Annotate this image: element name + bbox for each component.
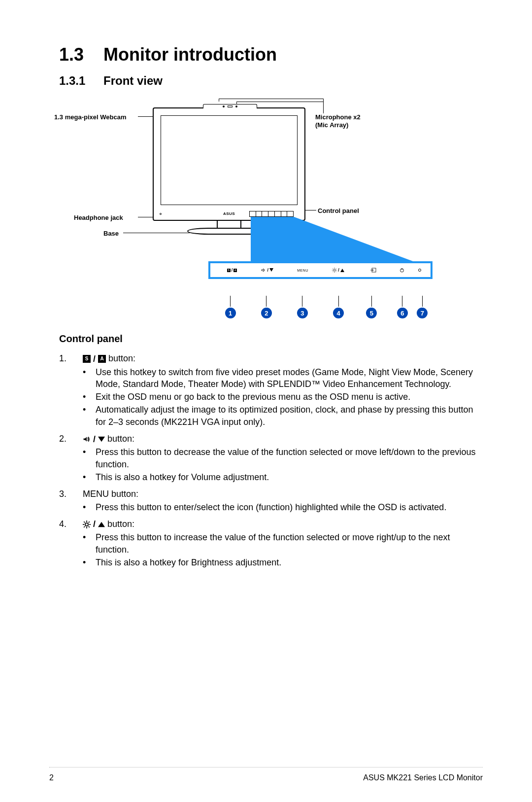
panel-btn-menu: MENU [285,269,321,272]
sun-icon [83,521,91,528]
list-item-3: 3. MENU button: •Press this button to en… [59,488,483,514]
doc-title: ASUS MK221 Series LCD Monitor [363,773,483,782]
page-footer: 2 ASUS MK221 Series LCD Monitor [49,773,483,782]
svg-line-7 [336,272,336,272]
panel-btn-power [391,268,412,273]
list-item-1: 1. S/A button: •Use this hotkey to switc… [59,352,483,429]
list-item-4: 4. / button: •Press this button to incre… [59,518,483,569]
svg-point-14 [85,523,88,526]
vol-down-button-label: / [83,433,105,446]
panel-btn-input [356,268,391,273]
svg-line-19 [84,522,85,523]
volume-icon [83,435,91,443]
svg-marker-0 [251,217,418,263]
up-triangle-icon [340,268,344,272]
sa-button-label: S/A [83,353,106,365]
headphone-label: Headphone jack [74,214,123,222]
callout-3: 3 [297,308,308,318]
webcam-label: 1.3 mega-pixel Webcam [54,113,148,121]
svg-point-1 [333,269,335,271]
manual-page: 1.3Monitor introduction 1.3.1Front view … [0,0,532,802]
section-heading: 1.3Monitor introduction [59,44,483,65]
a-key-icon: A [98,355,106,363]
bright-up-button-label: / [83,518,105,530]
callout-2: 2 [261,308,272,318]
bezel-buttons-icon [249,211,294,217]
callout-7: 7 [417,308,428,318]
base-label: Base [103,230,119,238]
front-view-diagram: 1.3 mega-pixel Webcam Headphone jack Bas… [59,99,483,320]
subsection-title-text: Front view [103,74,163,87]
svg-line-21 [84,526,85,527]
panel-btn-bright-up: / [320,268,356,273]
svg-line-20 [89,526,90,527]
callout-numbers: 1 2 3 4 5 6 7 [208,296,432,318]
down-triangle-icon [98,436,105,443]
headphone-jack-icon [160,213,162,215]
asus-logo: ASUS [223,211,235,216]
callout-5: 5 [366,308,377,318]
volume-icon [261,268,266,273]
callout-6: 6 [397,308,408,318]
led-icon [418,269,421,272]
control-panel-heading: Control panel [59,333,483,345]
svg-line-8 [333,272,333,272]
up-triangle-icon [98,521,105,528]
monitor-illustration: ASUS [153,107,305,235]
subsection-number: 1.3.1 [59,74,103,88]
subsection-heading: 1.3.1Front view [59,74,483,88]
down-triangle-icon [269,268,273,272]
callout-4: 4 [333,308,344,318]
sun-icon [332,268,337,273]
power-icon [399,268,404,273]
callout-1: 1 [225,308,236,318]
section-number: 1.3 [59,44,103,65]
control-panel-detail: S/A / MENU / [208,261,432,279]
panel-btn-vol-down: / [250,268,285,273]
input-select-icon [370,268,376,273]
menu-button-label: MENU button: [83,489,138,499]
panel-btn-sa: S/A [214,268,250,273]
footer-rule [49,767,483,767]
zoom-beam-icon [251,217,418,264]
webcam-bar-icon [203,104,257,108]
page-number: 2 [49,773,54,782]
svg-line-22 [89,522,90,523]
panel-led [412,269,427,272]
section-title-text: Monitor introduction [103,44,277,65]
s-key-icon: S [83,355,91,363]
svg-line-6 [333,269,333,269]
list-item-2: 2. / button: •Press this button to decre… [59,433,483,484]
mic-label: Microphone x2 (Mic Array) [315,113,361,129]
svg-line-9 [336,269,336,269]
control-panel-list: 1. S/A button: •Use this hotkey to switc… [59,352,483,569]
control-panel-label: Control panel [318,207,359,215]
